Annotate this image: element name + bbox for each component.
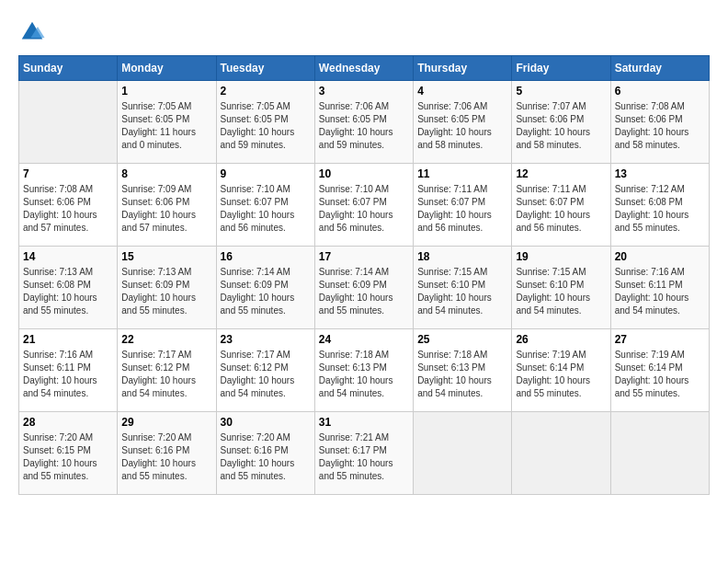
day-info: Sunrise: 7:10 AM Sunset: 6:07 PM Dayligh… — [221, 183, 311, 235]
day-info: Sunrise: 7:06 AM Sunset: 6:05 PM Dayligh… — [417, 100, 507, 152]
calendar-cell: 4Sunrise: 7:06 AM Sunset: 6:05 PM Daylig… — [414, 81, 512, 164]
day-number: 16 — [221, 250, 311, 263]
calendar-cell: 28Sunrise: 7:20 AM Sunset: 6:15 PM Dayli… — [19, 412, 118, 495]
day-number: 10 — [319, 167, 409, 180]
day-info: Sunrise: 7:16 AM Sunset: 6:11 PM Dayligh… — [23, 349, 113, 400]
page-header — [18, 18, 710, 46]
day-info: Sunrise: 7:06 AM Sunset: 6:05 PM Dayligh… — [319, 100, 409, 152]
day-number: 8 — [121, 167, 211, 180]
day-info: Sunrise: 7:05 AM Sunset: 6:05 PM Dayligh… — [221, 100, 311, 152]
day-number: 28 — [23, 416, 113, 429]
calendar-cell: 23Sunrise: 7:17 AM Sunset: 6:12 PM Dayli… — [216, 329, 314, 412]
day-info: Sunrise: 7:19 AM Sunset: 6:14 PM Dayligh… — [615, 349, 705, 400]
day-number: 17 — [319, 250, 409, 263]
calendar-cell: 25Sunrise: 7:18 AM Sunset: 6:13 PM Dayli… — [414, 329, 512, 412]
day-number: 21 — [23, 333, 113, 346]
calendar-cell: 6Sunrise: 7:08 AM Sunset: 6:06 PM Daylig… — [610, 81, 709, 164]
day-number: 4 — [417, 85, 507, 98]
day-info: Sunrise: 7:14 AM Sunset: 6:09 PM Dayligh… — [319, 266, 409, 317]
calendar-week-5: 28Sunrise: 7:20 AM Sunset: 6:15 PM Dayli… — [19, 412, 710, 495]
day-number: 13 — [615, 167, 705, 180]
day-info: Sunrise: 7:19 AM Sunset: 6:14 PM Dayligh… — [516, 349, 606, 400]
day-info: Sunrise: 7:13 AM Sunset: 6:09 PM Dayligh… — [121, 266, 211, 317]
day-info: Sunrise: 7:20 AM Sunset: 6:15 PM Dayligh… — [23, 431, 113, 483]
calendar-cell: 29Sunrise: 7:20 AM Sunset: 6:16 PM Dayli… — [118, 412, 216, 495]
day-number: 12 — [516, 167, 606, 180]
day-info: Sunrise: 7:21 AM Sunset: 6:17 PM Dayligh… — [319, 431, 409, 483]
day-info: Sunrise: 7:10 AM Sunset: 6:07 PM Dayligh… — [319, 183, 409, 235]
day-info: Sunrise: 7:17 AM Sunset: 6:12 PM Dayligh… — [121, 349, 211, 400]
column-header-wednesday: Wednesday — [314, 56, 413, 81]
calendar-week-3: 14Sunrise: 7:13 AM Sunset: 6:08 PM Dayli… — [19, 247, 710, 329]
calendar-cell: 14Sunrise: 7:13 AM Sunset: 6:08 PM Dayli… — [19, 247, 118, 329]
day-number: 5 — [516, 85, 606, 98]
calendar-cell: 16Sunrise: 7:14 AM Sunset: 6:09 PM Dayli… — [216, 247, 314, 329]
calendar-cell: 2Sunrise: 7:05 AM Sunset: 6:05 PM Daylig… — [216, 81, 314, 164]
calendar-cell: 12Sunrise: 7:11 AM Sunset: 6:07 PM Dayli… — [512, 164, 610, 247]
calendar-cell — [414, 412, 512, 495]
calendar-week-4: 21Sunrise: 7:16 AM Sunset: 6:11 PM Dayli… — [19, 329, 710, 412]
day-number: 23 — [221, 333, 311, 346]
calendar-cell: 26Sunrise: 7:19 AM Sunset: 6:14 PM Dayli… — [512, 329, 610, 412]
calendar-cell: 31Sunrise: 7:21 AM Sunset: 6:17 PM Dayli… — [314, 412, 413, 495]
day-number: 26 — [516, 333, 606, 346]
column-header-friday: Friday — [512, 56, 610, 81]
header-row: SundayMondayTuesdayWednesdayThursdayFrid… — [19, 56, 710, 81]
day-number: 18 — [417, 250, 507, 263]
calendar-cell: 30Sunrise: 7:20 AM Sunset: 6:16 PM Dayli… — [216, 412, 314, 495]
calendar-cell: 20Sunrise: 7:16 AM Sunset: 6:11 PM Dayli… — [610, 247, 709, 329]
calendar-cell: 10Sunrise: 7:10 AM Sunset: 6:07 PM Dayli… — [314, 164, 413, 247]
day-info: Sunrise: 7:17 AM Sunset: 6:12 PM Dayligh… — [221, 349, 311, 400]
day-info: Sunrise: 7:16 AM Sunset: 6:11 PM Dayligh… — [615, 266, 705, 317]
day-number: 6 — [615, 85, 705, 98]
day-info: Sunrise: 7:05 AM Sunset: 6:05 PM Dayligh… — [121, 100, 211, 152]
calendar-cell: 24Sunrise: 7:18 AM Sunset: 6:13 PM Dayli… — [314, 329, 413, 412]
day-number: 15 — [121, 250, 211, 263]
day-number: 31 — [319, 416, 409, 429]
day-number: 24 — [319, 333, 409, 346]
logo — [18, 18, 50, 46]
day-info: Sunrise: 7:13 AM Sunset: 6:08 PM Dayligh… — [23, 266, 113, 317]
calendar-cell — [512, 412, 610, 495]
calendar-cell: 9Sunrise: 7:10 AM Sunset: 6:07 PM Daylig… — [216, 164, 314, 247]
calendar-cell: 18Sunrise: 7:15 AM Sunset: 6:10 PM Dayli… — [414, 247, 512, 329]
day-info: Sunrise: 7:15 AM Sunset: 6:10 PM Dayligh… — [417, 266, 507, 317]
calendar-cell: 1Sunrise: 7:05 AM Sunset: 6:05 PM Daylig… — [118, 81, 216, 164]
column-header-sunday: Sunday — [19, 56, 118, 81]
day-info: Sunrise: 7:08 AM Sunset: 6:06 PM Dayligh… — [615, 100, 705, 152]
day-info: Sunrise: 7:14 AM Sunset: 6:09 PM Dayligh… — [221, 266, 311, 317]
day-info: Sunrise: 7:08 AM Sunset: 6:06 PM Dayligh… — [23, 183, 113, 235]
calendar-cell: 27Sunrise: 7:19 AM Sunset: 6:14 PM Dayli… — [610, 329, 709, 412]
day-number: 9 — [221, 167, 311, 180]
day-number: 11 — [417, 167, 507, 180]
calendar-cell: 19Sunrise: 7:15 AM Sunset: 6:10 PM Dayli… — [512, 247, 610, 329]
day-number: 25 — [417, 333, 507, 346]
day-info: Sunrise: 7:15 AM Sunset: 6:10 PM Dayligh… — [516, 266, 606, 317]
day-number: 29 — [121, 416, 211, 429]
calendar-cell — [610, 412, 709, 495]
calendar-table: SundayMondayTuesdayWednesdayThursdayFrid… — [18, 55, 710, 495]
day-number: 27 — [615, 333, 705, 346]
day-number: 20 — [615, 250, 705, 263]
column-header-monday: Monday — [118, 56, 216, 81]
calendar-cell: 11Sunrise: 7:11 AM Sunset: 6:07 PM Dayli… — [414, 164, 512, 247]
day-number: 19 — [516, 250, 606, 263]
day-number: 1 — [121, 85, 211, 98]
logo-icon — [18, 18, 46, 46]
day-number: 30 — [221, 416, 311, 429]
calendar-cell: 7Sunrise: 7:08 AM Sunset: 6:06 PM Daylig… — [19, 164, 118, 247]
day-info: Sunrise: 7:18 AM Sunset: 6:13 PM Dayligh… — [417, 349, 507, 400]
calendar-week-1: 1Sunrise: 7:05 AM Sunset: 6:05 PM Daylig… — [19, 81, 710, 164]
calendar-cell: 22Sunrise: 7:17 AM Sunset: 6:12 PM Dayli… — [118, 329, 216, 412]
calendar-week-2: 7Sunrise: 7:08 AM Sunset: 6:06 PM Daylig… — [19, 164, 710, 247]
day-info: Sunrise: 7:07 AM Sunset: 6:06 PM Dayligh… — [516, 100, 606, 152]
day-number: 7 — [23, 167, 113, 180]
calendar-cell: 8Sunrise: 7:09 AM Sunset: 6:06 PM Daylig… — [118, 164, 216, 247]
column-header-tuesday: Tuesday — [216, 56, 314, 81]
day-number: 14 — [23, 250, 113, 263]
day-info: Sunrise: 7:12 AM Sunset: 6:08 PM Dayligh… — [615, 183, 705, 235]
column-header-saturday: Saturday — [610, 56, 709, 81]
day-number: 22 — [121, 333, 211, 346]
calendar-cell: 5Sunrise: 7:07 AM Sunset: 6:06 PM Daylig… — [512, 81, 610, 164]
column-header-thursday: Thursday — [414, 56, 512, 81]
